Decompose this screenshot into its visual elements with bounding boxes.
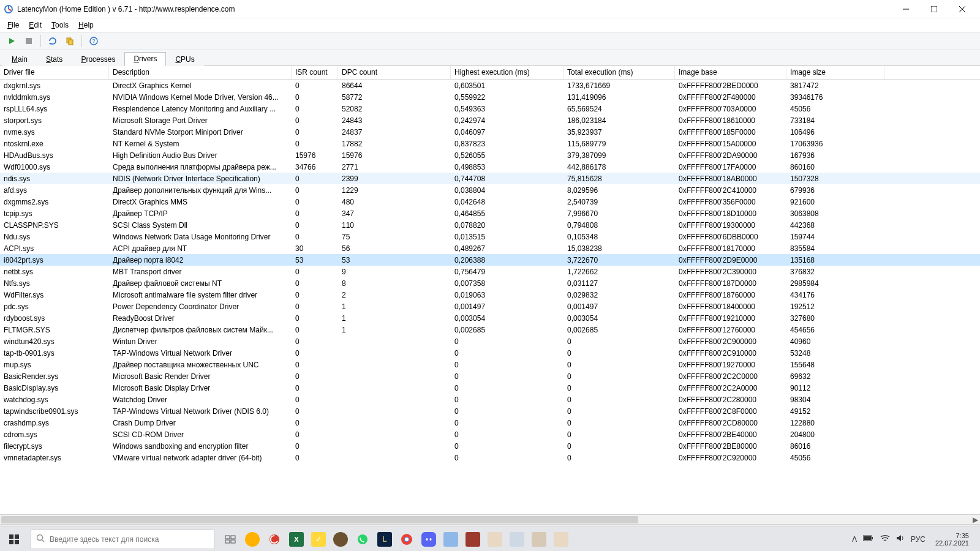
app-icon-blue[interactable]	[443, 532, 458, 547]
excel-icon[interactable]: X	[289, 532, 304, 547]
table-row[interactable]: Ntfs.sysДрайвер файловой системы NT080,0…	[0, 277, 980, 289]
cell: 835584	[786, 244, 884, 253]
table-row[interactable]: tcpip.sysДрайвер TCP/IP03470,4648557,996…	[0, 208, 980, 219]
task-view-icon[interactable]	[223, 532, 238, 547]
table-row[interactable]: nvme.sysStandard NVMe Storport Miniport …	[0, 126, 980, 138]
app-icon-beige1[interactable]	[488, 532, 502, 547]
table-row[interactable]: cdrom.sysSCSI CD-ROM Driver0000xFFFFF800…	[0, 429, 980, 440]
app-icon-yellow[interactable]: ✓	[311, 532, 326, 547]
table-row[interactable]: ndis.sysNDIS (Network Driver Interface S…	[0, 173, 980, 184]
cell: Драйвер порта i8042	[109, 255, 292, 265]
col-highest-exec[interactable]: Highest execution (ms)	[451, 66, 564, 79]
start-button[interactable]	[4, 34, 20, 48]
tab-drivers[interactable]: Drivers	[124, 52, 166, 66]
minimize-button[interactable]	[892, 0, 920, 18]
cell: 3817472	[786, 81, 884, 91]
taskbar-search[interactable]: Введите здесь текст для поиска	[31, 530, 214, 549]
app-icon-beige2[interactable]	[532, 532, 546, 547]
table-row[interactable]: afd.sysДрайвер дополнительных функций дл…	[0, 184, 980, 196]
table-row[interactable]: ACPI.sysACPI драйвер для NT30560,4892671…	[0, 242, 980, 254]
horizontal-scrollbar[interactable]: ▶	[0, 514, 980, 524]
app-icon-beige3[interactable]	[554, 532, 568, 547]
table-row[interactable]: BasicDisplay.sysMicrosoft Basic Display …	[0, 382, 980, 394]
col-driver-file[interactable]: Driver file	[0, 66, 109, 79]
table-row[interactable]: windtun420.sysWintun Driver0000xFFFFF800…	[0, 335, 980, 347]
table-row[interactable]: vmnetadapter.sysVMware virtual network a…	[0, 452, 980, 463]
table-row[interactable]: FLTMGR.SYSДиспетчер фильтров файловых си…	[0, 324, 980, 335]
app-icon-red[interactable]	[466, 532, 480, 547]
close-button[interactable]	[948, 0, 976, 18]
table-row[interactable]: ntoskrnl.exeNT Kernel & System0178820,83…	[0, 138, 980, 149]
table-row[interactable]: pdc.sysPower Dependency Coordinator Driv…	[0, 301, 980, 312]
cell: 0xFFFFF800'2C910000	[675, 348, 786, 358]
battery-icon[interactable]	[863, 534, 874, 544]
discord-icon[interactable]	[421, 532, 436, 547]
col-total-exec[interactable]: Total execution (ms)	[564, 66, 675, 79]
cell: 2771	[338, 162, 451, 172]
table-row[interactable]: rdyboost.sysReadyBoost Driver010,0030540…	[0, 312, 980, 324]
table-row[interactable]: i8042prt.sysДрайвер порта i804253530,206…	[0, 254, 980, 266]
table-row[interactable]: Ndu.sysWindows Network Data Usage Monito…	[0, 231, 980, 242]
wifi-icon[interactable]	[880, 534, 890, 544]
whatsapp-icon[interactable]	[355, 532, 370, 547]
table-row[interactable]: filecrypt.sysWindows sandboxing and encr…	[0, 440, 980, 452]
table-row[interactable]: BasicRender.sysMicrosoft Basic Render Dr…	[0, 370, 980, 382]
tab-main[interactable]: Main	[2, 53, 37, 66]
table-row[interactable]: storport.sysMicrosoft Storage Port Drive…	[0, 114, 980, 126]
chrome-icon[interactable]	[399, 532, 414, 547]
cell: 0	[292, 232, 338, 242]
cell: nvlddmkm.sys	[0, 92, 109, 102]
stop-button[interactable]	[21, 34, 37, 48]
table-row[interactable]: netbt.sysMBT Transport driver090,7564791…	[0, 266, 980, 277]
tab-stats[interactable]: Stats	[37, 53, 72, 66]
table-row[interactable]: tap-tb-0901.sysTAP-Windows Virtual Netwo…	[0, 347, 980, 359]
ccleaner-icon[interactable]	[267, 532, 282, 547]
table-row[interactable]: HDAudBus.sysHigh Definition Audio Bus Dr…	[0, 149, 980, 161]
col-dpc-count[interactable]: DPC count	[338, 66, 451, 79]
menu-help[interactable]: Help	[74, 20, 99, 31]
volume-icon[interactable]	[896, 534, 905, 544]
table-row[interactable]: WdFilter.sysMicrosoft antimalware file s…	[0, 289, 980, 301]
app-icon-lol[interactable]: L	[377, 532, 392, 547]
tab-processes[interactable]: Processes	[72, 53, 124, 66]
col-isr-count[interactable]: ISR count	[292, 66, 338, 79]
table-row[interactable]: dxgmms2.sysDirectX Graphics MMS04800,042…	[0, 196, 980, 208]
cell: 3063808	[786, 209, 884, 219]
scrollbar-thumb[interactable]	[1, 516, 638, 523]
table-row[interactable]: tapwindscribe0901.sysTAP-Windows Virtual…	[0, 405, 980, 417]
tray-chevron-icon[interactable]: ᐱ	[852, 535, 857, 544]
cell: 0	[292, 267, 338, 277]
table-row[interactable]: nvlddmkm.sysNVIDIA Windows Kernel Mode D…	[0, 91, 980, 103]
menu-tools[interactable]: Tools	[47, 20, 74, 31]
language-indicator[interactable]: РУС	[911, 535, 925, 544]
app-icon-gray[interactable]	[510, 532, 524, 547]
cell: Microsoft Storage Port Driver	[109, 116, 292, 126]
maximize-button[interactable]	[920, 0, 948, 18]
cell: 69632	[786, 372, 884, 381]
scroll-right-arrow[interactable]: ▶	[970, 515, 980, 525]
tab-cpus[interactable]: CPUs	[166, 53, 203, 66]
menu-file[interactable]: File	[2, 20, 24, 31]
app-icon-coin[interactable]	[333, 532, 348, 547]
table-row[interactable]: Wdf01000.sysСреда выполнения платформы д…	[0, 161, 980, 173]
app-icon-1[interactable]	[245, 532, 260, 547]
menu-edit[interactable]: Edit	[24, 20, 47, 31]
clock[interactable]: 7:35 22.07.2021	[932, 532, 973, 547]
table-row[interactable]: rspLLL64.sysResplendence Latency Monitor…	[0, 103, 980, 114]
copy-button[interactable]	[62, 34, 78, 48]
cell: 0xFFFFF800'19270000	[675, 360, 786, 370]
table-row[interactable]: watchdog.sysWatchdog Driver0000xFFFFF800…	[0, 394, 980, 405]
table-row[interactable]: crashdmp.sysCrash Dump Driver0000xFFFFF8…	[0, 417, 980, 429]
col-description[interactable]: Description	[109, 66, 292, 79]
table-row[interactable]: dxgkrnl.sysDirectX Graphics Kernel086644…	[0, 80, 980, 91]
col-image-size[interactable]: Image size	[786, 66, 884, 79]
table-row[interactable]: mup.sysДрайвер поставщика множественных …	[0, 359, 980, 370]
listview-body[interactable]: dxgkrnl.sysDirectX Graphics Kernel086644…	[0, 80, 980, 514]
cell: ReadyBoost Driver	[109, 313, 292, 323]
cell: DirectX Graphics Kernel	[109, 81, 292, 91]
table-row[interactable]: CLASSPNP.SYSSCSI Class System Dll01100,0…	[0, 219, 980, 231]
start-button-win[interactable]	[0, 527, 28, 552]
refresh-button[interactable]	[45, 34, 61, 48]
help-button[interactable]: ?	[86, 34, 102, 48]
col-image-base[interactable]: Image base	[675, 66, 786, 79]
